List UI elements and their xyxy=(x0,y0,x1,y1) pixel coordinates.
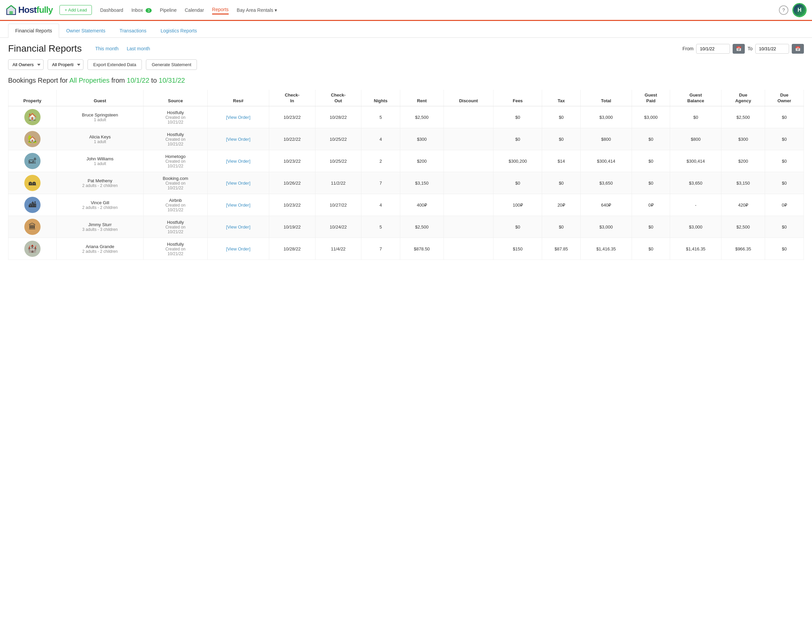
cell-fees-2: $300,200 xyxy=(493,150,542,172)
cell-res-3[interactable]: [View Order] xyxy=(208,172,269,194)
cell-due-owner-0: $0 xyxy=(765,106,804,128)
cell-guest-paid-6: $0 xyxy=(632,238,670,260)
cell-nights-6: 7 xyxy=(362,238,400,260)
cell-property-3: 🏘 xyxy=(8,172,57,194)
view-order-link-1[interactable]: [View Order] xyxy=(226,137,250,142)
cell-fees-3: $0 xyxy=(493,172,542,194)
cell-nights-0: 5 xyxy=(362,106,400,128)
tab-financial[interactable]: Financial Reports xyxy=(8,24,59,38)
cell-checkin-4: 10/23/22 xyxy=(269,194,316,216)
main-content: Financial Reports This month Last month … xyxy=(0,38,812,265)
tab-transactions[interactable]: Transactions xyxy=(113,24,154,38)
page-title: Financial Reports xyxy=(8,43,82,54)
add-lead-button[interactable]: + Add Lead xyxy=(60,5,92,15)
nav-bay-area[interactable]: Bay Area Rentals ▾ xyxy=(237,8,277,13)
tabs-bar: Financial Reports Owner Statements Trans… xyxy=(0,24,812,38)
cell-property-4: 🏙 xyxy=(8,194,57,216)
cell-due-agency-5: $2,500 xyxy=(722,216,765,238)
col-checkout: Check-Out xyxy=(315,90,362,106)
cell-checkin-5: 10/19/22 xyxy=(269,216,316,238)
cell-tax-4: 20₽ xyxy=(542,194,580,216)
col-due-agency: DueAgency xyxy=(722,90,765,106)
export-extended-data-button[interactable]: Export Extended Data xyxy=(87,59,142,70)
cell-guest-paid-0: $3,000 xyxy=(632,106,670,128)
cell-guest-balance-6: $1,416.35 xyxy=(670,238,722,260)
properties-dropdown[interactable]: All Properti xyxy=(47,59,84,70)
cell-discount-1 xyxy=(444,128,493,150)
cell-tax-6: $87.85 xyxy=(542,238,580,260)
cell-due-owner-6: $0 xyxy=(765,238,804,260)
svg-rect-4 xyxy=(9,11,13,15)
cell-fees-0: $0 xyxy=(493,106,542,128)
table-row: 🏙 Vince Gill 2 adults - 2 children Airbn… xyxy=(8,194,804,216)
reports-header: Financial Reports This month Last month … xyxy=(8,43,804,54)
cell-guest-2: John Williams 1 adult xyxy=(56,150,143,172)
from-date-input[interactable] xyxy=(696,44,730,54)
view-order-link-6[interactable]: [View Order] xyxy=(226,247,250,251)
cell-source-4: Airbnb Created on 10/21/22 xyxy=(143,194,208,216)
nav-dashboard[interactable]: Dashboard xyxy=(100,6,123,14)
date-range: From 📅 To 📅 xyxy=(683,44,804,54)
table-row: 🏡 Alicia Keys 1 adult Hostfully Created … xyxy=(8,128,804,150)
cell-guest-paid-2: $0 xyxy=(632,150,670,172)
generate-statement-button[interactable]: Generate Statement xyxy=(146,59,197,70)
to-date-input[interactable] xyxy=(755,44,789,54)
to-calendar-button[interactable]: 📅 xyxy=(792,44,804,54)
nav-links: Dashboard Inbox 3 Pipeline Calendar Repo… xyxy=(100,5,776,15)
cell-property-0: 🏠 xyxy=(8,106,57,128)
help-icon[interactable]: ? xyxy=(779,5,788,15)
cell-res-2[interactable]: [View Order] xyxy=(208,150,269,172)
cell-res-4[interactable]: [View Order] xyxy=(208,194,269,216)
cell-fees-4: 100₽ xyxy=(493,194,542,216)
from-calendar-button[interactable]: 📅 xyxy=(733,44,745,54)
cell-tax-1: $0 xyxy=(542,128,580,150)
cell-rent-5: $2,500 xyxy=(400,216,444,238)
cell-res-6[interactable]: [View Order] xyxy=(208,238,269,260)
cell-guest-paid-5: $0 xyxy=(632,216,670,238)
table-row: 🛋 John Williams 1 adult Hometogo Created… xyxy=(8,150,804,172)
cell-property-2: 🛋 xyxy=(8,150,57,172)
table-row: 🏘 Pat Metheny 2 adults - 2 children Book… xyxy=(8,172,804,194)
top-navigation: Hostfully + Add Lead Dashboard Inbox 3 P… xyxy=(0,0,812,21)
nav-pipeline[interactable]: Pipeline xyxy=(160,6,177,14)
cell-fees-6: $150 xyxy=(493,238,542,260)
cell-property-5: 🏛 xyxy=(8,216,57,238)
last-month-link[interactable]: Last month xyxy=(127,46,150,51)
logo[interactable]: Hostfully xyxy=(5,5,53,16)
cell-res-5[interactable]: [View Order] xyxy=(208,216,269,238)
cell-guest-3: Pat Metheny 2 adults - 2 children xyxy=(56,172,143,194)
cell-due-agency-4: 420₽ xyxy=(722,194,765,216)
col-nights: Nights xyxy=(362,90,400,106)
cell-res-0[interactable]: [View Order] xyxy=(208,106,269,128)
view-order-link-5[interactable]: [View Order] xyxy=(226,224,250,230)
cell-total-5: $3,000 xyxy=(580,216,632,238)
col-source: Source xyxy=(143,90,208,106)
this-month-link[interactable]: This month xyxy=(95,46,119,51)
cell-guest-paid-4: 0₽ xyxy=(632,194,670,216)
tab-owner-statements[interactable]: Owner Statements xyxy=(59,24,113,38)
cell-tax-5: $0 xyxy=(542,216,580,238)
cell-discount-3 xyxy=(444,172,493,194)
cell-rent-2: $200 xyxy=(400,150,444,172)
nav-inbox[interactable]: Inbox 3 xyxy=(131,6,152,14)
view-order-link-4[interactable]: [View Order] xyxy=(226,202,250,208)
owners-dropdown[interactable]: All Owners xyxy=(8,59,44,70)
from-label: From xyxy=(683,46,694,51)
bookings-report-title: Bookings Report for All Properties from … xyxy=(8,77,804,84)
cell-res-1[interactable]: [View Order] xyxy=(208,128,269,150)
avatar[interactable]: H xyxy=(792,3,807,17)
view-order-link-2[interactable]: [View Order] xyxy=(226,158,250,164)
nav-reports[interactable]: Reports xyxy=(212,5,229,15)
cell-checkin-3: 10/26/22 xyxy=(269,172,316,194)
cell-due-agency-0: $2,500 xyxy=(722,106,765,128)
col-guest-paid: GuestPaid xyxy=(632,90,670,106)
cell-discount-6 xyxy=(444,238,493,260)
view-order-link-3[interactable]: [View Order] xyxy=(226,181,250,186)
tab-logistics[interactable]: Logistics Reports xyxy=(154,24,204,38)
cell-due-owner-4: 0₽ xyxy=(765,194,804,216)
view-order-link-0[interactable]: [View Order] xyxy=(226,115,250,120)
col-total: Total xyxy=(580,90,632,106)
nav-calendar[interactable]: Calendar xyxy=(185,6,204,14)
cell-checkin-6: 10/28/22 xyxy=(269,238,316,260)
cell-source-1: Hostfully Created on 10/21/22 xyxy=(143,128,208,150)
